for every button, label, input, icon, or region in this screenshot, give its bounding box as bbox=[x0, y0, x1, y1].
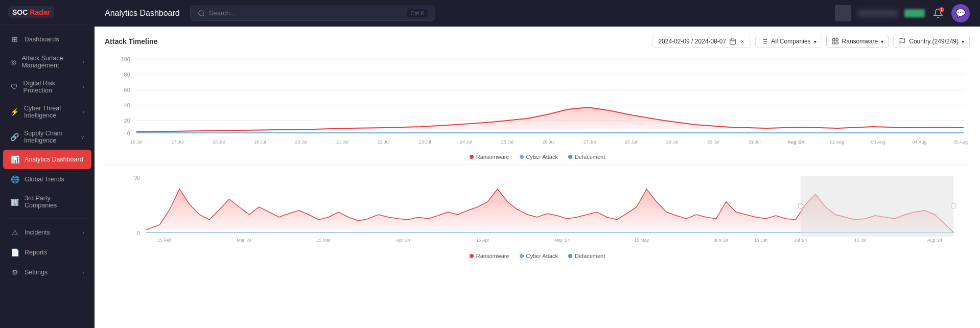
svg-rect-15 bbox=[836, 39, 838, 41]
svg-text:02 Aug: 02 Aug bbox=[830, 139, 844, 145]
attack-surface-icon: ◎ bbox=[10, 57, 16, 66]
chevron-down-icon: ▾ bbox=[962, 39, 964, 44]
legend-ransomware: Ransomware bbox=[470, 154, 509, 160]
search-icon bbox=[198, 10, 205, 17]
chevron-down-icon: ▾ bbox=[881, 39, 883, 44]
sidebar-item-analytics-dashboard[interactable]: 📊 Analytics Dashboard bbox=[3, 150, 91, 169]
sidebar-item-dashboards[interactable]: ⊞ Dashboards bbox=[3, 30, 91, 49]
chevron-down-icon: ∨ bbox=[81, 134, 84, 140]
svg-text:15 May: 15 May bbox=[634, 238, 649, 243]
type-filter-button[interactable]: Ransomware ▾ bbox=[826, 35, 890, 48]
notification-count: 1 bbox=[939, 7, 944, 12]
sidebar-item-incidents[interactable]: ⚠ Incidents › bbox=[3, 223, 91, 242]
sidebar-item-cyber-threat[interactable]: ⚡ Cyber Threat Intelligence › bbox=[3, 100, 91, 124]
svg-text:Apr '24: Apr '24 bbox=[396, 238, 410, 243]
search-bar[interactable]: Ctrl K bbox=[190, 6, 435, 21]
logo-area: SOC Radar bbox=[0, 0, 95, 25]
main-chart-svg: 100 80 60 40 20 0 bbox=[105, 54, 970, 149]
date-range-button[interactable]: 2024-02-09 / 2024-08-07 bbox=[652, 35, 751, 48]
sidebar-item-label: Analytics Dashboard bbox=[25, 156, 83, 163]
country-filter-button[interactable]: Country (249/249) ▾ bbox=[893, 35, 970, 48]
svg-text:90: 90 bbox=[134, 175, 140, 181]
main-content: Analytics Dashboard Ctrl K 1 💬 bbox=[95, 0, 980, 328]
chat-button[interactable]: 💬 bbox=[951, 4, 970, 22]
global-trends-icon: 🌐 bbox=[10, 175, 19, 184]
svg-text:17 Jul: 17 Jul bbox=[171, 139, 183, 145]
chart-legend: Ransomware Cyber Attack Defacement bbox=[105, 154, 970, 160]
sidebar-item-supply-chain[interactable]: 🔗 Supply Chain Intelligence ∨ bbox=[3, 125, 91, 149]
svg-text:30 Jul: 30 Jul bbox=[707, 139, 719, 145]
chevron-right-icon: › bbox=[83, 59, 84, 65]
sidebar-item-global-trends[interactable]: 🌐 Global Trends bbox=[3, 170, 91, 189]
svg-text:Jul '24: Jul '24 bbox=[794, 238, 807, 243]
svg-text:Aug '24: Aug '24 bbox=[787, 139, 804, 145]
sidebar-item-label: Incidents bbox=[25, 229, 50, 236]
sidebar-item-label: Reports bbox=[25, 249, 47, 256]
sidebar-item-attack-surface[interactable]: ◎ Attack Surface Management › bbox=[3, 50, 91, 74]
country-filter-label: Country (249/249) bbox=[909, 38, 959, 45]
chevron-down-icon: ▾ bbox=[814, 39, 816, 44]
sidebar-item-3rd-party[interactable]: 🏢 3rd Party Companies bbox=[3, 190, 91, 214]
svg-text:27 Jul: 27 Jul bbox=[584, 139, 596, 145]
sidebar-item-settings[interactable]: ⚙ Settings › bbox=[3, 263, 91, 282]
svg-text:20 Jul: 20 Jul bbox=[295, 139, 307, 145]
legend-defacement: Defacement bbox=[568, 154, 605, 160]
search-shortcut: Ctrl K bbox=[407, 9, 428, 17]
ransomware-dot bbox=[470, 155, 474, 159]
sidebar-item-digital-risk[interactable]: 🛡 Digital Risk Protection › bbox=[3, 75, 91, 99]
settings-icon: ⚙ bbox=[10, 268, 19, 277]
user-name bbox=[857, 10, 898, 17]
legend-cyber-attack: Cyber Attack bbox=[520, 154, 558, 160]
sidebar-item-reports[interactable]: 📄 Reports bbox=[3, 243, 91, 262]
date-range-value: 2024-02-09 / 2024-08-07 bbox=[658, 38, 726, 45]
bottom-ransomware-dot bbox=[470, 254, 474, 258]
digital-risk-icon: 🛡 bbox=[10, 82, 18, 91]
svg-text:22 Jul: 22 Jul bbox=[378, 139, 390, 145]
bottom-ransomware-label: Ransomware bbox=[476, 253, 509, 259]
sidebar-item-label: Attack Surface Management bbox=[21, 55, 77, 69]
bottom-cyber-attack-label: Cyber Attack bbox=[526, 253, 558, 259]
logo-soc: SOC bbox=[12, 8, 28, 16]
svg-text:15 Jul: 15 Jul bbox=[854, 238, 866, 243]
svg-text:04 Aug: 04 Aug bbox=[912, 139, 926, 145]
svg-text:0: 0 bbox=[127, 130, 130, 136]
svg-text:40: 40 bbox=[124, 102, 130, 108]
chevron-right-icon: › bbox=[83, 270, 84, 275]
chart-controls: 2024-02-09 / 2024-08-07 bbox=[652, 35, 970, 48]
sidebar-item-label: Global Trends bbox=[25, 176, 64, 183]
type-filter-label: Ransomware bbox=[842, 38, 878, 45]
notification-badge[interactable]: 1 bbox=[931, 6, 945, 20]
svg-text:15 Feb: 15 Feb bbox=[158, 238, 172, 243]
svg-text:Jun '24: Jun '24 bbox=[714, 238, 728, 243]
dashboards-icon: ⊞ bbox=[10, 35, 19, 44]
svg-text:05 Aug: 05 Aug bbox=[953, 139, 968, 145]
search-input[interactable] bbox=[209, 9, 404, 17]
analytics-icon: 📊 bbox=[10, 155, 19, 164]
ransomware-label: Ransomware bbox=[476, 154, 509, 160]
sidebar-item-label: Dashboards bbox=[25, 36, 59, 43]
bottom-legend-defacement: Defacement bbox=[568, 253, 605, 259]
cyber-attack-dot bbox=[520, 155, 524, 159]
page-title: Analytics Dashboard bbox=[105, 9, 180, 18]
svg-point-0 bbox=[199, 10, 203, 15]
sidebar-nav: ⊞ Dashboards ◎ Attack Surface Management… bbox=[0, 25, 95, 328]
svg-text:16 Jul: 16 Jul bbox=[130, 139, 143, 145]
flag-icon bbox=[899, 38, 906, 45]
companies-filter-button[interactable]: All Companies ▾ bbox=[755, 35, 822, 48]
svg-text:19 Jul: 19 Jul bbox=[254, 139, 266, 145]
svg-text:15 Mar: 15 Mar bbox=[317, 238, 331, 243]
svg-text:31 Jul: 31 Jul bbox=[749, 139, 761, 145]
svg-text:23 Jul: 23 Jul bbox=[418, 139, 431, 145]
mini-chart-container: 90 0 bbox=[105, 169, 970, 267]
filter-icon bbox=[761, 38, 768, 45]
sidebar-item-label: 3rd Party Companies bbox=[25, 195, 84, 209]
svg-rect-14 bbox=[832, 39, 834, 41]
cyber-threat-icon: ⚡ bbox=[10, 107, 19, 116]
sidebar: SOC Radar ⊞ Dashboards ◎ Attack Surface … bbox=[0, 0, 95, 328]
header-right: 1 💬 bbox=[835, 4, 970, 22]
chevron-right-icon: › bbox=[83, 230, 84, 236]
svg-text:25 Jul: 25 Jul bbox=[501, 139, 514, 145]
chevron-right-icon: › bbox=[83, 109, 84, 115]
reports-icon: 📄 bbox=[10, 248, 19, 257]
svg-rect-17 bbox=[832, 42, 834, 44]
